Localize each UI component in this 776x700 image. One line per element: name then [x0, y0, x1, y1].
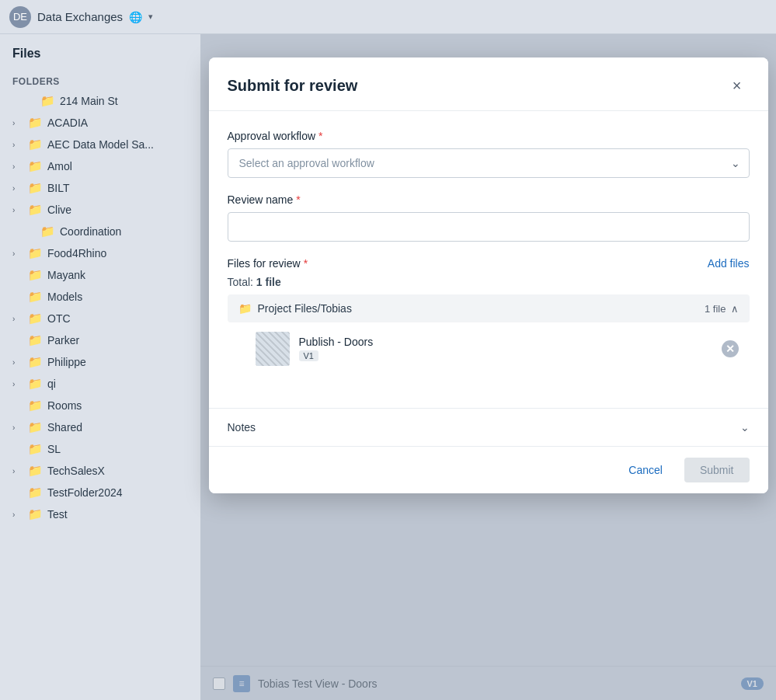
folder-icon: 📁 — [28, 442, 43, 456]
sidebar-item-aec-data-model[interactable]: › 📁 AEC Data Model Sa... — [0, 134, 200, 155]
folder-icon: 📁 — [28, 246, 43, 260]
sidebar-item-acadia[interactable]: › 📁 ACADIA — [0, 112, 200, 134]
file-thumbnail-inner — [256, 332, 290, 366]
folder-icon: 📁 — [28, 268, 43, 282]
file-info: Publish - Doors V1 — [299, 336, 374, 362]
add-files-button[interactable]: Add files — [708, 257, 750, 270]
folder-icon: 📁 — [28, 507, 43, 521]
topbar: DE Data Exchanges 🌐 ▾ — [0, 0, 776, 34]
folder-icon: 📁 — [28, 355, 43, 369]
folder-row-left: 📁 Project Files/Tobias — [238, 302, 352, 315]
chevron-right-icon: › — [12, 510, 23, 519]
folder-row-icon: 📁 — [238, 302, 252, 315]
file-name: Publish - Doors — [299, 336, 374, 348]
sidebar-item-techsalesx[interactable]: › 📁 TechSalesX — [0, 460, 200, 482]
sidebar-item-models[interactable]: 📁 Models — [0, 286, 200, 308]
chevron-right-icon: › — [12, 423, 23, 432]
sidebar-item-label: TechSalesX — [47, 465, 105, 477]
notes-section[interactable]: Notes ⌄ — [209, 408, 768, 446]
sidebar-item-test[interactable]: › 📁 Test — [0, 503, 200, 525]
file-row-left: Publish - Doors V1 — [256, 332, 374, 366]
folder-file-count: 1 file — [705, 303, 726, 315]
sidebar-item-qi[interactable]: › 📁 qi — [0, 373, 200, 395]
review-name-field: Review name * — [228, 193, 750, 242]
sidebar-item-label: Food4Rhino — [47, 247, 106, 259]
folder-icon: 📁 — [28, 420, 43, 434]
files-total: Total: 1 file — [228, 276, 750, 288]
remove-file-button[interactable]: ✕ — [722, 340, 739, 357]
folder-row-right: 1 file ∧ — [705, 303, 738, 315]
folder-chevron-icon: ∧ — [731, 303, 739, 315]
file-version-badge: V1 — [299, 350, 318, 361]
sidebar-item-label: Parker — [47, 334, 79, 347]
modal-title: Submit for review — [228, 77, 358, 95]
chevron-right-icon: › — [12, 315, 23, 323]
sidebar-item-label: Amol — [47, 160, 72, 172]
chevron-right-icon: › — [12, 358, 23, 367]
sidebar-item-label: Clive — [47, 204, 71, 216]
sidebar-item-otc[interactable]: › 📁 OTC — [0, 308, 200, 329]
chevron-right-icon: › — [12, 467, 23, 475]
sidebar-item-testfolder2024[interactable]: 📁 TestFolder2024 — [0, 482, 200, 503]
folder-icon: 📁 — [28, 181, 43, 195]
sidebar-item-rooms[interactable]: 📁 Rooms — [0, 395, 200, 416]
sidebar-item-parker[interactable]: 📁 Parker — [0, 329, 200, 351]
chevron-down-icon: › — [12, 206, 23, 214]
folder-icon: 📁 — [28, 312, 43, 326]
approval-workflow-label: Approval workflow * — [228, 130, 750, 142]
folder-icon: 📁 — [40, 225, 55, 239]
required-star-review: * — [296, 193, 300, 206]
cancel-button[interactable]: Cancel — [616, 458, 675, 482]
sidebar-item-label: 214 Main St — [60, 95, 118, 107]
folder-icon: 📁 — [28, 486, 43, 500]
folders-section-label: Folders — [0, 70, 200, 90]
modal-body: Approval workflow * Select an approval w… — [209, 111, 768, 408]
review-name-input[interactable] — [228, 212, 750, 242]
required-star: * — [318, 130, 322, 142]
globe-icon[interactable]: 🌐 — [129, 11, 142, 23]
sidebar-item-amol[interactable]: › 📁 Amol — [0, 155, 200, 177]
approval-workflow-field: Approval workflow * Select an approval w… — [228, 130, 750, 178]
folder-icon: 📁 — [28, 464, 43, 478]
sidebar-item-label: OTC — [47, 312, 71, 325]
folder-icon: 📁 — [28, 138, 43, 151]
sidebar-item-label: Shared — [47, 421, 82, 434]
app-icon-label: DE — [13, 11, 27, 23]
sidebar-item-bilt[interactable]: › 📁 BILT — [0, 177, 200, 199]
topbar-chevron-icon[interactable]: ▾ — [148, 12, 153, 22]
file-thumbnail — [256, 332, 290, 366]
sidebar-item-shared[interactable]: › 📁 Shared — [0, 416, 200, 438]
chevron-right-icon: › — [12, 380, 23, 388]
sidebar-item-sl[interactable]: 📁 SL — [0, 438, 200, 460]
sidebar-item-label: Philippe — [47, 356, 86, 368]
approval-workflow-select-wrapper: Select an approval workflow ⌄ — [228, 148, 750, 178]
approval-workflow-select[interactable]: Select an approval workflow — [228, 148, 750, 178]
chevron-right-icon: › — [12, 141, 23, 149]
sidebar-item-mayank[interactable]: 📁 Mayank — [0, 264, 200, 286]
sidebar-item-coordination[interactable]: 📁 Coordination — [0, 221, 200, 242]
files-header: Files for review * Add files — [228, 257, 750, 270]
folder-icon: 📁 — [28, 399, 43, 413]
submit-for-review-modal: Submit for review × Approval workflow * … — [209, 57, 768, 493]
folder-row[interactable]: 📁 Project Files/Tobias 1 file ∧ — [228, 294, 750, 322]
sidebar-item-label: Coordination — [60, 225, 121, 238]
required-star-files: * — [304, 257, 308, 270]
folder-icon: 📁 — [28, 290, 43, 304]
sidebar-item-philippe[interactable]: › 📁 Philippe — [0, 351, 200, 373]
folder-icon: 📁 — [28, 203, 43, 217]
sidebar-item-label: Mayank — [47, 269, 85, 281]
sidebar-item-food4rhino[interactable]: › 📁 Food4Rhino — [0, 242, 200, 264]
modal-close-button[interactable]: × — [725, 73, 750, 98]
sidebar-item-label: AEC Data Model Sa... — [47, 138, 154, 151]
sidebar-item-label: SL — [47, 443, 61, 455]
sidebar-item-214-main-st[interactable]: 📁 214 Main St — [0, 90, 200, 112]
folder-icon: 📁 — [28, 116, 43, 130]
app-title: Data Exchanges — [37, 10, 123, 23]
app-icon: DE — [9, 6, 31, 28]
notes-chevron-icon: ⌄ — [740, 421, 750, 434]
sidebar-item-label: ACADIA — [47, 117, 88, 129]
folder-icon: 📁 — [28, 159, 43, 173]
content-area: Submit for review × Approval workflow * … — [200, 34, 776, 700]
submit-button[interactable]: Submit — [684, 458, 750, 482]
sidebar-item-clive[interactable]: › 📁 Clive — [0, 199, 200, 221]
